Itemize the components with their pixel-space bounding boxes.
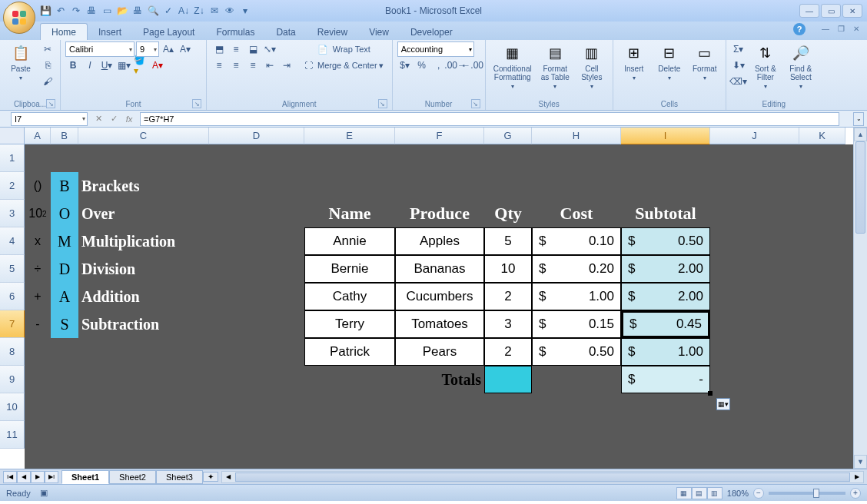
cell-B3[interactable]: O	[51, 200, 78, 227]
column-header-A[interactable]: A	[25, 128, 51, 144]
insert-cells-button[interactable]: ⊞Insert▾	[618, 41, 650, 83]
tab-data[interactable]: Data	[265, 24, 306, 40]
undo-icon[interactable]: ↶	[54, 4, 68, 18]
email-icon[interactable]: ✉	[208, 4, 221, 18]
align-bottom-button[interactable]: ⬓	[245, 41, 261, 57]
column-header-G[interactable]: G	[484, 128, 532, 144]
cell-A4[interactable]: x	[25, 227, 51, 255]
cell-B2[interactable]: B	[51, 172, 78, 200]
hscroll-thumb[interactable]	[235, 472, 850, 482]
tab-page-layout[interactable]: Page Layout	[132, 24, 205, 40]
sheet-tab-sheet2[interactable]: Sheet2	[109, 470, 156, 484]
qat-more-icon[interactable]: ▾	[238, 4, 252, 18]
column-header-D[interactable]: D	[209, 128, 304, 144]
align-middle-button[interactable]: ≡	[228, 41, 244, 57]
wrap-text-button[interactable]: 📄 Wrap Text	[301, 41, 387, 57]
decrease-indent-button[interactable]: ⇤	[262, 58, 277, 73]
cell-E6[interactable]: Cathy	[304, 283, 395, 310]
accounting-format-button[interactable]: $▾	[397, 58, 413, 73]
cell-I7[interactable]: $0.45	[621, 310, 710, 338]
cell-A3[interactable]: 102	[25, 200, 51, 227]
cell-I6[interactable]: $2.00	[621, 283, 710, 310]
column-header-J[interactable]: J	[710, 128, 799, 144]
bold-button[interactable]: B	[65, 58, 81, 73]
number-format-combo[interactable]: Accounting▾	[397, 41, 474, 57]
cell-B6[interactable]: A	[51, 283, 78, 310]
cell-F5[interactable]: Bananas	[395, 255, 484, 283]
save-icon[interactable]: 💾	[38, 4, 52, 18]
cell-G8[interactable]: 2	[484, 338, 532, 366]
increase-indent-button[interactable]: ⇥	[279, 58, 294, 73]
cell-B7[interactable]: S	[51, 310, 78, 338]
cell-H8[interactable]: $0.50	[532, 338, 621, 366]
format-painter-button[interactable]: 🖌	[40, 74, 55, 89]
cell-A7[interactable]: -	[25, 310, 51, 338]
border-button[interactable]: ▦▾	[116, 58, 131, 73]
zoom-in-button[interactable]: +	[850, 488, 861, 499]
fx-button[interactable]: fx	[121, 112, 137, 126]
find-select-button[interactable]: 🔎Find & Select▾	[785, 41, 817, 91]
tab-developer[interactable]: Developer	[400, 24, 463, 40]
cell-F6[interactable]: Cucumbers	[395, 283, 484, 310]
horizontal-scrollbar[interactable]: ◀ ▶	[221, 471, 864, 483]
cell-C7[interactable]: Subtraction	[78, 310, 209, 338]
underline-button[interactable]: U▾	[99, 58, 115, 73]
cell-H6[interactable]: $1.00	[532, 283, 621, 310]
cell-F8[interactable]: Pears	[395, 338, 484, 366]
decrease-font-button[interactable]: A▾	[178, 41, 193, 57]
cell-C6[interactable]: Addition	[78, 283, 209, 310]
row-header-2[interactable]: 2	[0, 172, 25, 200]
percent-button[interactable]: %	[414, 58, 430, 73]
alignment-dialog-launcher[interactable]: ↘	[378, 99, 387, 108]
cell-A5[interactable]: ÷	[25, 255, 51, 283]
tab-home[interactable]: Home	[40, 23, 88, 40]
minimize-button[interactable]: —	[799, 4, 819, 18]
cell-C4[interactable]: Multiplication	[78, 227, 209, 255]
quickprint-icon[interactable]: 🖶	[131, 4, 144, 18]
office-button[interactable]	[3, 2, 35, 34]
zoom-level[interactable]: 180%	[727, 489, 749, 498]
merge-center-button[interactable]: ⛶ Merge & Center ▾	[301, 58, 387, 73]
row-header-6[interactable]: 6	[0, 283, 25, 310]
scroll-right-button[interactable]: ▶	[851, 472, 863, 482]
cell-I9[interactable]: $-	[621, 366, 710, 393]
align-top-button[interactable]: ⬒	[211, 41, 227, 57]
cell-I8[interactable]: $1.00	[621, 338, 710, 366]
new-icon[interactable]: ▭	[100, 4, 114, 18]
close-button[interactable]: ✕	[842, 4, 862, 18]
paste-button[interactable]: 📋 Paste ▾	[5, 41, 37, 83]
cell-F3[interactable]: Produce	[395, 200, 484, 227]
column-header-E[interactable]: E	[304, 128, 395, 144]
doc-restore-button[interactable]: ❐	[835, 23, 847, 34]
column-header-I[interactable]: I	[621, 128, 710, 144]
autosum-button[interactable]: Σ▾	[731, 41, 746, 57]
cell-E7[interactable]: Terry	[304, 310, 395, 338]
doc-minimize-button[interactable]: —	[819, 23, 832, 34]
row-header-11[interactable]: 11	[0, 421, 25, 449]
cell-G5[interactable]: 10	[484, 255, 532, 283]
cell-E5[interactable]: Bernie	[304, 255, 395, 283]
cancel-formula-button[interactable]: ✕	[91, 112, 106, 126]
column-header-B[interactable]: B	[51, 128, 78, 144]
row-header-8[interactable]: 8	[0, 338, 25, 366]
spelling-icon[interactable]: ✓	[161, 4, 175, 18]
row-header-5[interactable]: 5	[0, 255, 25, 283]
cell-E8[interactable]: Patrick	[304, 338, 395, 366]
sheet-prev-button[interactable]: ◀	[17, 471, 31, 483]
expand-formula-bar-button[interactable]: ⌄	[853, 112, 864, 126]
row-header-10[interactable]: 10	[0, 393, 25, 421]
tab-insert[interactable]: Insert	[88, 24, 132, 40]
tab-formulas[interactable]: Formulas	[205, 24, 265, 40]
sheet-tab-sheet1[interactable]: Sheet1	[61, 470, 109, 484]
vertical-scrollbar[interactable]: ▲ ▼	[853, 128, 867, 469]
zoom-out-button[interactable]: −	[753, 488, 764, 499]
cell-I4[interactable]: $0.50	[621, 227, 710, 255]
cell-A2[interactable]: ()	[25, 172, 51, 200]
tab-view[interactable]: View	[358, 24, 400, 40]
sheet-next-button[interactable]: ▶	[31, 471, 45, 483]
column-header-C[interactable]: C	[78, 128, 209, 144]
cell-I5[interactable]: $2.00	[621, 255, 710, 283]
column-header-H[interactable]: H	[532, 128, 621, 144]
formula-input[interactable]: =G7*H7	[140, 112, 839, 126]
fill-color-button[interactable]: 🪣▾	[133, 58, 148, 73]
